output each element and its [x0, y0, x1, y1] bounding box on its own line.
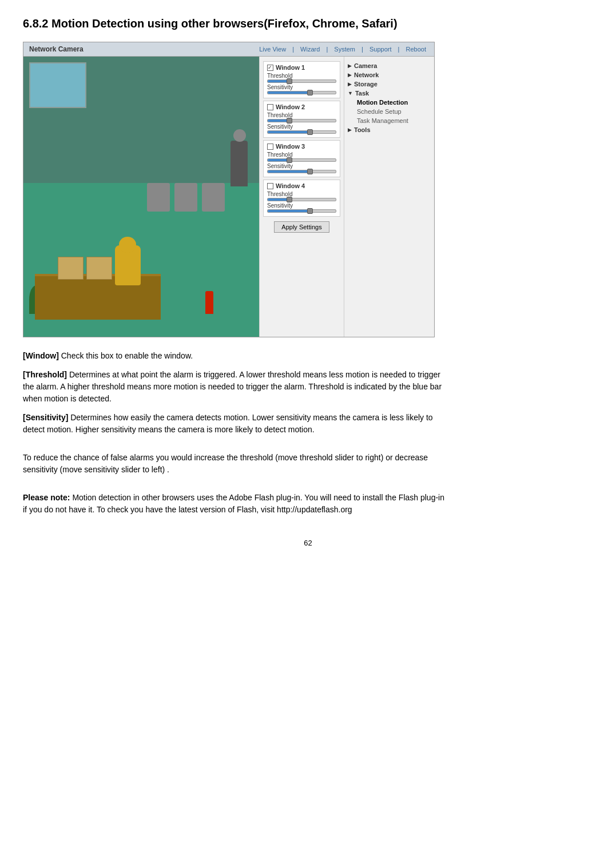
content-area: [Window] Check this box to enable the wi… [23, 350, 446, 516]
window-2-sensitivity-label: Sensitivity [267, 124, 336, 130]
nav-sep1: | [292, 46, 296, 53]
menu-task-label: Task [355, 90, 369, 97]
menu-network-label: Network [354, 71, 379, 78]
scene-chair-3 [202, 183, 225, 212]
window-2-checkbox[interactable] [267, 104, 273, 110]
spacer-1 [23, 443, 446, 452]
window-3-threshold-fill [268, 159, 288, 161]
apply-settings-button[interactable]: Apply Settings [274, 221, 329, 233]
window-1-header: Window 1 [267, 64, 336, 71]
menu-camera[interactable]: ▶ Camera [348, 61, 431, 70]
cam-header: Network Camera Live View | Wizard | Syst… [23, 42, 434, 57]
menu-network[interactable]: ▶ Network [348, 70, 431, 79]
nav-wizard[interactable]: Wizard [300, 46, 320, 53]
submenu-schedule-setup[interactable]: Schedule Setup [348, 107, 431, 116]
storage-arrow-icon: ▶ [348, 81, 352, 87]
window-4-block: Window 4 Threshold Sensitivity [263, 180, 340, 217]
screenshot-container: Network Camera Live View | Wizard | Syst… [23, 42, 435, 337]
please-note-para: Please note: Motion detection in other b… [23, 492, 446, 516]
window-4-threshold-track[interactable] [267, 198, 336, 201]
threshold-desc: Determines at what point the alarm is tr… [23, 370, 442, 403]
scene-person [230, 141, 248, 186]
sensitivity-desc: Determines how easily the camera detects… [23, 413, 433, 434]
window-3-checkbox[interactable] [267, 144, 273, 150]
window-4-checkbox[interactable] [267, 183, 273, 189]
window-2-threshold-thumb[interactable] [287, 118, 292, 124]
tools-arrow-icon: ▶ [348, 127, 352, 133]
window-2-label: Window 2 [276, 103, 305, 110]
scene-chair-2 [174, 183, 197, 212]
nav-liveview[interactable]: Live View [259, 46, 286, 53]
window-controls-panel: Window 1 Threshold Sensitivity Window 2 [259, 57, 344, 337]
menu-camera-label: Camera [354, 62, 377, 69]
window-4-sensitivity-track[interactable] [267, 209, 336, 213]
reduce-para: To reduce the chance of false alarms you… [23, 452, 446, 476]
window-2-block: Window 2 Threshold Sensitivity [263, 101, 340, 138]
window-para: [Window] Check this box to enable the wi… [23, 350, 446, 362]
network-arrow-icon: ▶ [348, 72, 352, 78]
scene-chair-1 [147, 183, 170, 212]
scene-bear [115, 245, 141, 285]
window-4-sensitivity-label: Sensitivity [267, 202, 336, 209]
camera-arrow-icon: ▶ [348, 63, 352, 69]
menu-task[interactable]: ▼ Task [348, 89, 431, 98]
window-3-sensitivity-track[interactable] [267, 170, 336, 173]
window-3-sensitivity-fill [268, 170, 308, 173]
window-1-sensitivity-fill [268, 91, 308, 94]
window-4-header: Window 4 [267, 182, 336, 189]
scene-extinguisher [205, 291, 213, 314]
window-2-sensitivity-track[interactable] [267, 130, 336, 134]
scene-box-2 [86, 257, 112, 280]
window-2-header: Window 2 [267, 103, 336, 110]
window-4-threshold-label: Threshold [267, 191, 336, 197]
nav-reboot[interactable]: Reboot [406, 46, 426, 53]
window-1-sensitivity-thumb[interactable] [307, 90, 313, 95]
please-note-term: Please note: [23, 493, 70, 502]
window-1-block: Window 1 Threshold Sensitivity [263, 61, 340, 98]
window-4-threshold-fill [268, 198, 288, 201]
window-3-threshold-thumb[interactable] [287, 157, 292, 163]
window-3-threshold-label: Threshold [267, 152, 336, 158]
threshold-para: [Threshold] Determines at what point the… [23, 369, 446, 405]
submenu-task-management[interactable]: Task Management [348, 116, 431, 125]
scene-box-1 [58, 257, 84, 280]
menu-storage[interactable]: ▶ Storage [348, 79, 431, 89]
window-4-threshold-thumb[interactable] [287, 197, 292, 202]
scene-chairs [147, 183, 225, 212]
window-1-checkbox[interactable] [267, 65, 273, 71]
nav-support[interactable]: Support [369, 46, 392, 53]
window-3-header: Window 3 [267, 143, 336, 150]
window-1-sensitivity-track[interactable] [267, 91, 336, 94]
page-title: 6.8.2 Motion Detection using other brows… [23, 17, 593, 30]
submenu-motion-detection[interactable]: Motion Detection [348, 98, 431, 107]
cam-app-title: Network Camera [29, 45, 84, 53]
window-4-sensitivity-thumb[interactable] [307, 208, 313, 214]
scene-desk [35, 274, 161, 320]
cam-nav: Live View | Wizard | System | Support | … [257, 46, 428, 53]
window-3-threshold-track[interactable] [267, 158, 336, 162]
window-2-threshold-track[interactable] [267, 119, 336, 122]
task-arrow-icon: ▼ [348, 90, 353, 96]
threshold-term: [Threshold] [23, 370, 67, 379]
window-3-block: Window 3 Threshold Sensitivity [263, 140, 340, 177]
window-1-label: Window 1 [276, 64, 305, 71]
nav-system[interactable]: System [334, 46, 355, 53]
menu-tools[interactable]: ▶ Tools [348, 125, 431, 134]
spacer-2 [23, 483, 446, 492]
window-4-label: Window 4 [276, 182, 305, 189]
window-1-threshold-thumb[interactable] [287, 78, 292, 84]
window-1-threshold-track[interactable] [267, 79, 336, 83]
page-number: 62 [23, 539, 593, 547]
menu-tools-label: Tools [354, 126, 371, 133]
window-3-sensitivity-label: Sensitivity [267, 163, 336, 169]
scene-window [29, 62, 86, 108]
nav-right-panel: ▶ Camera ▶ Network ▶ Storage ▼ Task Moti… [344, 57, 434, 337]
window-1-threshold-label: Threshold [267, 73, 336, 79]
window-1-threshold-fill [268, 80, 288, 82]
window-2-sensitivity-thumb[interactable] [307, 129, 313, 135]
sensitivity-para: [Sensitivity] Determines how easily the … [23, 412, 446, 436]
scene-boxes [58, 257, 112, 280]
screenshot-body: Window 1 [23, 57, 434, 337]
nav-sep4: | [398, 46, 402, 53]
window-3-sensitivity-thumb[interactable] [307, 169, 313, 174]
